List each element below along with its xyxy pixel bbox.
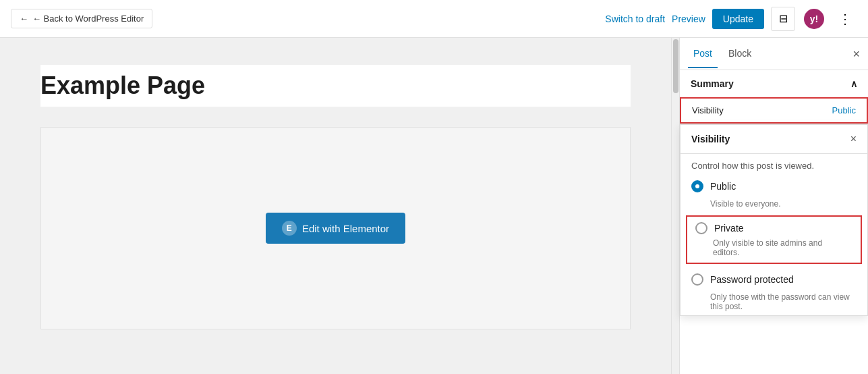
yoast-icon: y! <box>802 7 826 31</box>
collapse-icon: ∧ <box>850 78 857 89</box>
tab-block[interactable]: Block <box>723 40 757 68</box>
radio-option-private[interactable]: Private <box>690 219 858 237</box>
layout-icon: ⊟ <box>779 12 788 25</box>
radio-sub-private: Only visible to site admins and editors. <box>690 237 858 261</box>
layout-toggle-button[interactable]: ⊟ <box>771 7 795 31</box>
radio-label-password[interactable]: Password protected <box>691 273 857 286</box>
sidebar: Post Block × Summary ∧ Visibility Public… <box>679 38 868 374</box>
svg-text:y!: y! <box>810 14 818 24</box>
close-panel-icon: × <box>850 133 857 144</box>
radio-option-public[interactable]: Public <box>681 175 867 198</box>
elementor-area: E Edit with Elementor <box>40 127 631 329</box>
elementor-icon: E <box>282 221 297 236</box>
more-icon: ⋮ <box>838 11 852 27</box>
topbar-left: ← ← Back to WordPress Editor <box>11 9 152 28</box>
visibility-label: Visibility <box>692 105 724 115</box>
close-visibility-panel-button[interactable]: × <box>850 133 857 145</box>
summary-section: Summary ∧ Visibility Public <box>680 70 868 124</box>
sidebar-tabs: Post Block × <box>680 38 868 70</box>
radio-text-password: Password protected <box>710 274 794 285</box>
page-title: Example Page <box>40 65 631 107</box>
back-arrow-icon: ← <box>20 14 28 24</box>
close-sidebar-button[interactable]: × <box>852 47 860 61</box>
visibility-panel-title: Visibility <box>691 134 730 144</box>
editor-area: Example Page E Edit with Elementor <box>0 38 671 374</box>
back-to-editor-button[interactable]: ← ← Back to WordPress Editor <box>11 9 152 28</box>
scrollbar-thumb[interactable] <box>673 39 678 93</box>
edit-with-elementor-button[interactable]: E Edit with Elementor <box>266 213 405 244</box>
radio-sub-password: Only those with the password can view th… <box>681 291 867 315</box>
visibility-panel-header: Visibility × <box>681 125 867 154</box>
back-label: ← Back to WordPress Editor <box>32 14 144 24</box>
radio-text-public: Public <box>710 181 736 192</box>
scrollbar-track[interactable] <box>671 38 679 374</box>
update-button[interactable]: Update <box>712 9 764 29</box>
radio-label-private[interactable]: Private <box>695 222 852 234</box>
topbar: ← ← Back to WordPress Editor Switch to d… <box>0 0 868 38</box>
radio-option-password[interactable]: Password protected <box>681 268 867 291</box>
radio-text-private: Private <box>714 223 744 234</box>
control-text: Control how this post is viewed. <box>681 154 867 175</box>
visibility-row[interactable]: Visibility Public <box>680 97 868 124</box>
visibility-value: Public <box>832 105 856 115</box>
radio-input-private[interactable] <box>695 222 707 234</box>
main-area: Example Page E Edit with Elementor Post … <box>0 38 868 374</box>
radio-input-password[interactable] <box>691 273 703 286</box>
summary-label: Summary <box>691 78 734 89</box>
summary-header[interactable]: Summary ∧ <box>680 70 868 97</box>
radio-label-public[interactable]: Public <box>691 180 857 192</box>
close-icon: × <box>852 47 860 60</box>
visibility-panel: Visibility × Control how this post is vi… <box>680 124 868 316</box>
radio-sub-public: Visible to everyone. <box>681 198 867 213</box>
tab-post[interactable]: Post <box>688 40 718 68</box>
preview-button[interactable]: Preview <box>672 14 705 24</box>
elementor-button-label: Edit with Elementor <box>302 223 389 234</box>
more-options-button[interactable]: ⋮ <box>833 7 857 31</box>
private-option-highlight: Private Only visible to site admins and … <box>686 215 862 264</box>
switch-to-draft-button[interactable]: Switch to draft <box>605 14 665 24</box>
radio-input-public[interactable] <box>691 180 703 192</box>
topbar-right: Switch to draft Preview Update ⊟ y! ⋮ <box>605 7 857 31</box>
